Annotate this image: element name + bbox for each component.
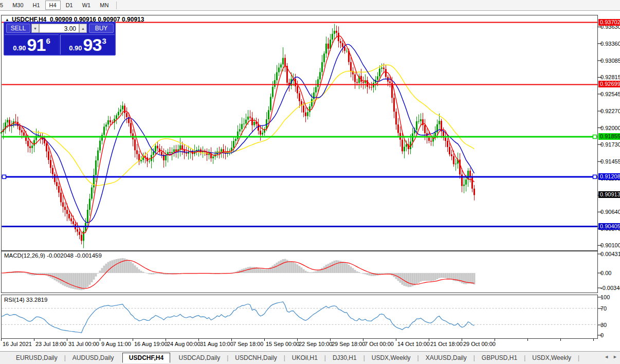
timeframe-button-h4[interactable]: H4 [45, 1, 61, 10]
price-level-label: 0.91208 [598, 173, 620, 180]
volume-increase-button[interactable]: ▲ [79, 24, 87, 33]
chart-tab-usdchf-h4[interactable]: USDCHF,H4 [122, 353, 170, 363]
current-price-label: 0.90913 [598, 191, 620, 198]
tab-scroll-buttons: ◄ ► [604, 354, 617, 359]
chart-tab-gbpusd-h1[interactable]: GBPUSD,H1 [475, 353, 524, 363]
chart-tab-usdx-weekly[interactable]: USDX,Weekly [525, 353, 578, 363]
date-tick-label: 21 Oct 18:00 [430, 341, 463, 347]
date-tick-label: 31 Jul 00:00 [68, 341, 99, 347]
price-tick-label: 0.92000 [600, 125, 620, 131]
chart-tab-usdx-weekly[interactable]: USDX,Weekly [365, 353, 417, 363]
price-level-label: 0.91855 [598, 133, 620, 140]
price-tick-label: 0.90640 [600, 209, 620, 215]
chart-tab-eurusd-daily[interactable]: EURUSD,Daily [9, 353, 64, 363]
date-tick-label: 9 Aug 11:00 [101, 341, 131, 347]
timeframe-button-w1[interactable]: W1 [78, 1, 95, 10]
chart-tab-ukoil-h1[interactable]: UKOil,H1 [285, 353, 324, 363]
buy-price-prefix: 0.90 [69, 44, 82, 52]
price-tick-label: 0.92545 [600, 91, 620, 97]
date-tick-label: 24 Aug 00:00 [167, 341, 200, 347]
price-tick-label: 0.91455 [600, 158, 620, 165]
sell-price-pip-digit: 6 [46, 37, 50, 45]
date-tick-label: 22 Sep 10:00 [299, 341, 332, 347]
price-tick-label: 0.93360 [600, 41, 620, 47]
date-tick-label: 7 Oct 00:00 [364, 341, 394, 347]
timeframe-button-d1[interactable]: D1 [62, 1, 77, 10]
date-tick-label: 29 Oct 00:00 [463, 341, 496, 347]
date-tick-label: 7 Sep 18:00 [233, 341, 263, 347]
chart-tab-usdcnh-daily[interactable]: USDCNH,Daily [228, 353, 283, 363]
price-level-label: 0.92699 [598, 81, 620, 87]
sell-price-big-digits: 91 [27, 36, 46, 53]
date-tick-label: 15 Sep 00:00 [266, 341, 299, 347]
chart-canvas[interactable] [0, 10, 620, 364]
date-tick-label: 31 Aug 10:00 [200, 341, 233, 347]
date-tick-label: 16 Aug 19:00 [134, 341, 168, 347]
price-tick-label: 0.90100 [600, 242, 620, 248]
macd-tick-label: -0.00340 [600, 285, 620, 291]
price-level-label: 0.90405 [598, 223, 620, 230]
rsi-indicator-label: RSI(14) 33.2819 [4, 297, 47, 303]
volume-decrease-button[interactable]: ▼ [31, 24, 39, 33]
date-tick-label: 14 Oct 10:00 [397, 341, 430, 347]
chart-tab-bar: ◄ ► EURUSD,Daily|AUDUSD,Daily USDCHF,H4 … [0, 351, 620, 364]
sell-price-button[interactable]: 0.90 91 6 [5, 34, 59, 54]
timeframe-button-5[interactable]: 5 [0, 1, 7, 10]
chart-tab-xauusd-daily[interactable]: XAUUSD,Daily [419, 353, 473, 363]
price-tick-label: 0.92270 [600, 108, 620, 114]
chart-tab-dj30-h1[interactable]: DJ30,H1 [326, 353, 363, 363]
macd-tick-label: 0.00431 [600, 251, 620, 257]
timeframe-toolbar: 5M30H1H4D1W1MN [0, 0, 620, 11]
date-tick-label: 16 Jul 2021 [3, 341, 32, 347]
chart-tab-audusd-daily[interactable]: AUDUSD,Daily [66, 353, 121, 363]
buy-button[interactable]: BUY [89, 24, 114, 33]
tab-scroll-right-icon[interactable]: ► [613, 354, 617, 359]
tab-scroll-left-icon[interactable]: ◄ [604, 354, 609, 359]
rsi-tick-label: 30 [600, 322, 607, 328]
macd-tick-label: 0.00 [600, 270, 611, 276]
application-window: 5M30H1H4D1W1MN ▲USDCHF,H4 0.90909 0.9091… [0, 0, 620, 364]
buy-price-pip-digit: 3 [102, 37, 106, 45]
sell-button[interactable]: SELL [6, 24, 30, 33]
chart-tab-usdcad-daily[interactable]: USDCAD,Daily [172, 353, 227, 363]
rsi-tick-label: 100 [600, 294, 610, 300]
date-tick-label: 29 Sep 18:00 [332, 341, 365, 347]
rsi-tick-label: 70 [600, 305, 607, 312]
rsi-tick-label: 0 [600, 332, 604, 338]
volume-input[interactable]: 3.00 [39, 24, 79, 33]
macd-indicator-label: MACD(12,26,9) -0.002048 -0.001459 [4, 252, 102, 259]
price-level-label: 0.93702 [598, 19, 620, 26]
sell-price-prefix: 0.90 [13, 44, 26, 52]
timeframe-button-mn[interactable]: MN [96, 1, 113, 10]
one-click-trading-panel: SELL ▼ 3.00 ▲ BUY 0.90 91 6 0.90 93 3 [4, 22, 116, 56]
timeframe-button-h1[interactable]: H1 [29, 1, 44, 10]
date-tick-label: 23 Jul 18:00 [35, 341, 66, 347]
tab-separator: | [578, 354, 579, 361]
price-tick-label: 0.93085 [600, 58, 620, 64]
toolbar-separator [116, 2, 117, 9]
buy-price-button[interactable]: 0.90 93 3 [60, 34, 115, 54]
price-tick-label: 0.92815 [600, 74, 620, 80]
buy-price-big-digits: 93 [83, 36, 102, 53]
price-tick-label: 0.91730 [600, 141, 620, 148]
timeframe-button-m30[interactable]: M30 [8, 1, 27, 10]
